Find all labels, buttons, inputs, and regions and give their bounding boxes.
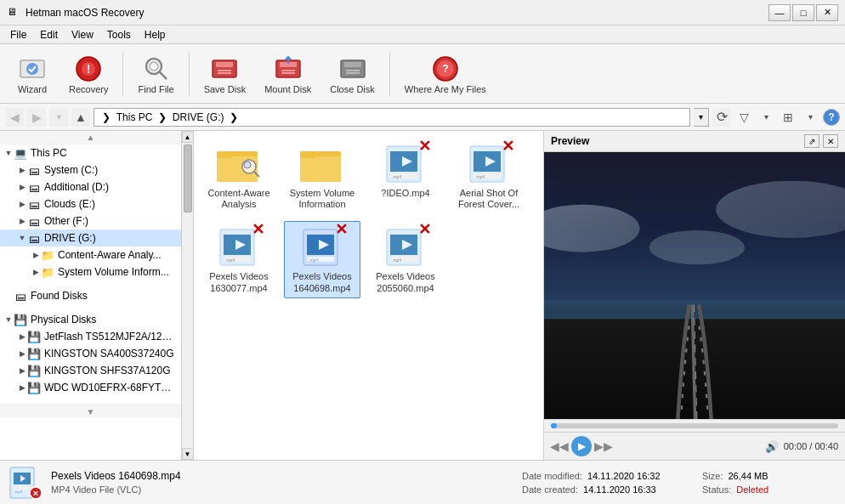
file-name-content-aware: Content-Aware Analysis (205, 188, 273, 210)
help-icon[interactable]: ? (823, 109, 840, 126)
svg-rect-25 (217, 151, 232, 158)
filter-icon[interactable]: ▽ (734, 108, 753, 127)
expand-other-f[interactable]: ▶ (17, 214, 27, 228)
sidebar-item-found-disks[interactable]: 🖴 Found Disks (0, 287, 181, 304)
file-item-pexels2[interactable]: .mp4 ✕ Pexels Videos 1640698.mp4 (284, 221, 360, 297)
svg-point-28 (244, 161, 251, 168)
expand-wdc[interactable]: ▶ (17, 381, 27, 394)
preview-video-area (544, 152, 845, 419)
sep3 (389, 53, 390, 95)
back-button[interactable]: ◀ (5, 108, 24, 127)
scroll-up-arrow[interactable]: ▲ (87, 133, 95, 142)
prev-frame-button[interactable]: ◀◀ (551, 438, 568, 455)
sidebar-item-kingston1[interactable]: ▶ 💾 KINGSTON SA400S37240G (0, 345, 181, 362)
file-item-pexels3[interactable]: .mp4 ✕ Pexels Videos 2055060.mp4 (367, 221, 444, 297)
sidebar-item-drive-g[interactable]: ▼ 🖴 DRIVE (G:) (0, 229, 181, 246)
expand-jetflash[interactable]: ▶ (17, 330, 27, 343)
spacer2 (0, 304, 181, 311)
menu-edit[interactable]: Edit (33, 27, 65, 42)
where-files-button[interactable]: ? Where Are My Files (397, 48, 494, 100)
volume-button[interactable]: 🔊 (763, 438, 780, 455)
sidebar-item-clouds-e[interactable]: ▶ 🖴 Clouds (E:) (0, 195, 181, 212)
expand-system-c[interactable]: ▶ (17, 163, 27, 177)
drive-c-icon: 🖴 (27, 163, 41, 177)
expand-physical-disks[interactable]: ▼ (3, 313, 14, 326)
sidebar: ▲ ▼ 💻 This PC ▶ 🖴 System (C:) ▶ 🖴 Additi… (0, 131, 181, 460)
file-item-content-aware[interactable]: Content-Aware Analysis (201, 138, 277, 214)
recovery-button[interactable]: ! Recovery (61, 48, 116, 100)
recent-button[interactable]: ▾ (49, 108, 68, 127)
sidebar-item-content-aware[interactable]: ▶ 📁 Content-Aware Analy... (0, 246, 181, 263)
statusbar-date-created-row: Date created: 14.11.2020 16:33 (522, 484, 692, 495)
preview-close-button[interactable]: ✕ (823, 134, 838, 148)
filter-btn[interactable]: ▾ (757, 108, 775, 127)
menu-help[interactable]: Help (138, 27, 173, 42)
next-frame-button[interactable]: ▶▶ (595, 438, 612, 455)
sidebar-item-kingston2[interactable]: ▶ 💾 KINGSTON SHFS37A120G (0, 362, 181, 379)
size-value: 26,44 MB (728, 471, 768, 481)
preview-title: Preview (551, 135, 804, 147)
sidebar-item-wdc[interactable]: ▶ 💾 WDC WD10EFRX-68FYTN0... (0, 379, 181, 396)
expand-content-aware[interactable]: ▶ (31, 248, 41, 262)
status-label: Status: (702, 484, 731, 495)
scrubber-bar[interactable] (551, 423, 838, 428)
sidebar-item-physical-disks[interactable]: ▼ 💾 Physical Disks (0, 311, 181, 328)
wizard-button[interactable]: Wizard (7, 48, 58, 100)
where-files-icon: ? (430, 54, 461, 84)
expand-kingston2[interactable]: ▶ (17, 364, 27, 377)
close-disk-label: Close Disk (330, 84, 375, 94)
sidebar-item-jetflash[interactable]: ▶ 💾 JetFlash TS512MJF2A/120 U... (0, 328, 181, 345)
sidebar-item-sysvolinfo[interactable]: ▶ 📁 System Volume Inform... (0, 263, 181, 280)
close-disk-button[interactable]: Close Disk (322, 48, 383, 100)
refresh-button[interactable]: ⟳ (712, 108, 731, 127)
svg-text:.mp4: .mp4 (475, 174, 485, 179)
svg-text:.mp4: .mp4 (392, 258, 401, 263)
view-icon[interactable]: ⊞ (779, 108, 797, 127)
scrollbar-thumb[interactable] (184, 144, 192, 212)
address-dropdown[interactable]: ▾ (694, 108, 709, 127)
file-item-sysvolinfo[interactable]: System Volume Information (284, 138, 360, 214)
svg-text:✕: ✕ (32, 489, 39, 497)
sidebar-item-this-pc[interactable]: ▼ 💻 This PC (0, 144, 181, 161)
preview-header-buttons: ⇗ ✕ (804, 134, 838, 148)
file-item-pexels1[interactable]: .mp4 ✕ Pexels Videos 1630077.mp4 (201, 221, 277, 297)
file-area: Content-Aware Analysis System Volume Inf… (194, 131, 543, 460)
svg-point-1 (26, 63, 38, 75)
expand-additional-d[interactable]: ▶ (17, 180, 27, 194)
sidebar-item-other-f[interactable]: ▶ 🖴 Other (F:) (0, 212, 181, 229)
expand-clouds-e[interactable]: ▶ (17, 197, 27, 211)
delete-badge-pexels3: ✕ (418, 222, 431, 237)
scrollbar-down[interactable]: ▼ (182, 448, 194, 460)
expand-kingston1[interactable]: ▶ (17, 347, 27, 360)
maximize-button[interactable]: □ (792, 4, 814, 21)
scrollbar-up[interactable]: ▲ (182, 131, 194, 143)
menu-view[interactable]: View (65, 27, 100, 42)
address-input[interactable] (94, 108, 690, 127)
close-button[interactable]: ✕ (816, 4, 838, 21)
expand-drive-g[interactable]: ▼ (17, 231, 27, 245)
minimize-button[interactable]: — (768, 4, 791, 21)
scroll-down-arrow[interactable]: ▼ (87, 407, 95, 416)
menu-file[interactable]: File (3, 27, 33, 42)
preview-detach-button[interactable]: ⇗ (804, 134, 819, 148)
expand-this-pc[interactable]: ▼ (3, 146, 14, 160)
statusbar-status-row: Status: Deleted (702, 484, 838, 495)
svg-rect-15 (281, 72, 295, 74)
scroll-down-area: ▼ (0, 405, 181, 418)
mount-disk-button[interactable]: Mount Disk (257, 48, 319, 100)
sidebar-item-additional-d[interactable]: ▶ 🖴 Additional (D:) (0, 178, 181, 195)
time-total: 00:40 (814, 441, 838, 451)
expand-found-disks[interactable] (3, 289, 14, 303)
expand-sysvolinfo[interactable]: ▶ (31, 265, 41, 279)
menu-tools[interactable]: Tools (100, 27, 138, 42)
sidebar-item-system-c[interactable]: ▶ 🖴 System (C:) (0, 161, 181, 178)
view-dropdown[interactable]: ▾ (801, 108, 819, 127)
size-label: Size: (702, 471, 723, 481)
find-file-button[interactable]: Find File (130, 48, 181, 100)
save-disk-button[interactable]: Save Disk (196, 48, 254, 100)
forward-button[interactable]: ▶ (27, 108, 46, 127)
file-item-video1[interactable]: .mp4 ✕ ?IDEO.mp4 (367, 138, 444, 214)
up-button[interactable]: ▲ (71, 108, 90, 127)
file-item-aerial[interactable]: .mp4 ✕ Aerial Shot Of Forest Cover... (451, 138, 527, 214)
play-button[interactable]: ▶ (571, 436, 592, 456)
